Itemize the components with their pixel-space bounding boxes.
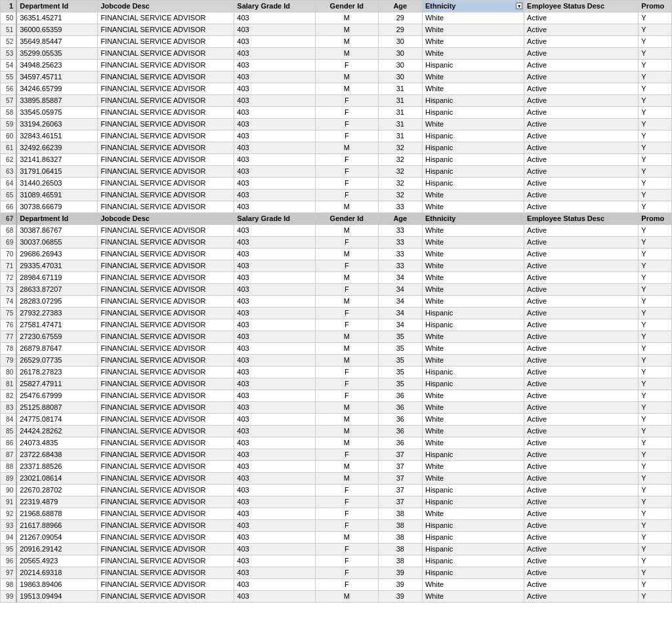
promo-cell: Y xyxy=(639,225,672,237)
salary-cell: 403 xyxy=(234,71,316,83)
dept-id-cell: 26879.87647 xyxy=(16,343,98,355)
jobcode-cell: FINANCIAL SERVICE ADVISOR xyxy=(98,166,234,178)
jobcode-cell: FINANCIAL SERVICE ADVISOR xyxy=(98,402,234,414)
empstatus-cell: Active xyxy=(524,284,639,296)
empstatus-header[interactable]: Employee Status Desc xyxy=(524,1,639,12)
ethnicity-cell: Hispanic xyxy=(422,555,524,567)
table-row: 9620565.4923FINANCIAL SERVICE ADVISOR403… xyxy=(1,555,672,567)
empstatus-cell: Active xyxy=(524,249,639,260)
row-number: 54 xyxy=(1,60,17,71)
gender-header[interactable]: Gender Id xyxy=(316,1,379,12)
row-number: 78 xyxy=(1,343,17,355)
salary-cell: 403 xyxy=(234,166,316,178)
ethnicity-cell: White xyxy=(422,331,524,343)
dept-id-cell: 33895.85887 xyxy=(16,95,98,107)
promo-cell: Y xyxy=(639,107,672,119)
promo-header[interactable]: Promo xyxy=(639,1,672,12)
row-number: 71 xyxy=(1,260,17,272)
age-cell: 30 xyxy=(378,71,422,83)
ethnicity-filter-icon[interactable]: ▼ xyxy=(516,3,522,9)
salary-cell: 403 xyxy=(234,473,316,485)
ethnicity-cell: Hispanic xyxy=(422,449,524,461)
promo-cell: Y xyxy=(639,567,672,579)
gender-cell: F xyxy=(316,579,379,591)
empstatus-cell: Active xyxy=(524,532,639,544)
promo-cell: Y xyxy=(639,272,672,284)
gender-cell: M xyxy=(316,142,379,154)
age-header[interactable]: Age xyxy=(378,1,422,12)
salary-cell: 403 xyxy=(234,130,316,142)
ethnicity-cell: White xyxy=(422,36,524,48)
empstatus-cell: Active xyxy=(524,12,639,24)
ethnicity-cell: White xyxy=(422,260,524,272)
gender-cell: F xyxy=(316,260,379,272)
gender-cell: F xyxy=(316,95,379,107)
age-cell: 36 xyxy=(378,414,422,426)
salary-cell: 403 xyxy=(234,272,316,284)
salary-cell: 403 xyxy=(234,284,316,296)
empstatus-cell: Active xyxy=(524,225,639,237)
ethnicity-cell: White xyxy=(422,426,524,437)
row-number: 87 xyxy=(1,449,17,461)
row-number: 61 xyxy=(1,142,17,154)
deptid-header[interactable]: Department Id xyxy=(16,1,98,12)
ethnicity-cell: Hispanic xyxy=(422,308,524,319)
promo-cell: Y xyxy=(639,355,672,367)
empstatus-cell: Active xyxy=(524,414,639,426)
salary-cell: 403 xyxy=(234,12,316,24)
dept-id-cell: 30387.86767 xyxy=(16,225,98,237)
salary-cell: 403 xyxy=(234,414,316,426)
promo-cell: Y xyxy=(639,154,672,166)
repeat-header-cell: 67 xyxy=(1,213,17,225)
ethnicity-cell: Hispanic xyxy=(422,378,524,390)
empstatus-cell: Active xyxy=(524,520,639,532)
salary-cell: 403 xyxy=(234,331,316,343)
salary-cell: 403 xyxy=(234,260,316,272)
table-row: 9520916.29142FINANCIAL SERVICE ADVISOR40… xyxy=(1,544,672,555)
column-header-row: 1 Department Id Jobcode Desc Salary Grad… xyxy=(1,1,672,12)
jobcode-cell: FINANCIAL SERVICE ADVISOR xyxy=(98,154,234,166)
jobcode-cell: FINANCIAL SERVICE ADVISOR xyxy=(98,319,234,331)
promo-cell: Y xyxy=(639,461,672,473)
jobcode-cell: FINANCIAL SERVICE ADVISOR xyxy=(98,178,234,190)
jobcode-cell: FINANCIAL SERVICE ADVISOR xyxy=(98,83,234,95)
table-row: 7527932.27383FINANCIAL SERVICE ADVISOR40… xyxy=(1,308,672,319)
row-number: 66 xyxy=(1,201,17,213)
age-cell: 30 xyxy=(378,48,422,60)
gender-cell: M xyxy=(316,36,379,48)
empstatus-cell: Active xyxy=(524,95,639,107)
gender-cell: F xyxy=(316,190,379,201)
jobcode-cell: FINANCIAL SERVICE ADVISOR xyxy=(98,142,234,154)
age-cell: 36 xyxy=(378,402,422,414)
ethnicity-header[interactable]: Ethnicity ▼ xyxy=(422,1,524,12)
jobcode-cell: FINANCIAL SERVICE ADVISOR xyxy=(98,71,234,83)
jobcode-header[interactable]: Jobcode Desc xyxy=(98,1,234,12)
table-row: 8424775.08174FINANCIAL SERVICE ADVISOR40… xyxy=(1,414,672,426)
jobcode-cell: FINANCIAL SERVICE ADVISOR xyxy=(98,190,234,201)
salary-cell: 403 xyxy=(234,154,316,166)
table-row: 9720214.69318FINANCIAL SERVICE ADVISOR40… xyxy=(1,567,672,579)
age-cell: 37 xyxy=(378,449,422,461)
promo-cell: Y xyxy=(639,508,672,520)
salary-cell: 403 xyxy=(234,296,316,308)
ethnicity-cell: White xyxy=(422,508,524,520)
age-cell: 32 xyxy=(378,166,422,178)
table-row: 8026178.27823FINANCIAL SERVICE ADVISOR40… xyxy=(1,367,672,378)
row-number: 62 xyxy=(1,154,17,166)
dept-id-cell: 32843.46151 xyxy=(16,130,98,142)
salary-cell: 403 xyxy=(234,378,316,390)
dept-id-cell: 31791.06415 xyxy=(16,166,98,178)
age-cell: 38 xyxy=(378,520,422,532)
jobcode-cell: FINANCIAL SERVICE ADVISOR xyxy=(98,473,234,485)
table-body: 5036351.45271FINANCIAL SERVICE ADVISOR40… xyxy=(1,12,672,603)
promo-cell: Y xyxy=(639,119,672,130)
ethnicity-cell: Hispanic xyxy=(422,95,524,107)
age-cell: 34 xyxy=(378,272,422,284)
ethnicity-cell: White xyxy=(422,48,524,60)
dept-id-cell: 30037.06855 xyxy=(16,237,98,249)
dept-id-cell: 20916.29142 xyxy=(16,544,98,555)
jobcode-cell: FINANCIAL SERVICE ADVISOR xyxy=(98,343,234,355)
empstatus-cell: Active xyxy=(524,190,639,201)
ethnicity-cell: White xyxy=(422,284,524,296)
salary-header[interactable]: Salary Grade Id xyxy=(234,1,316,12)
